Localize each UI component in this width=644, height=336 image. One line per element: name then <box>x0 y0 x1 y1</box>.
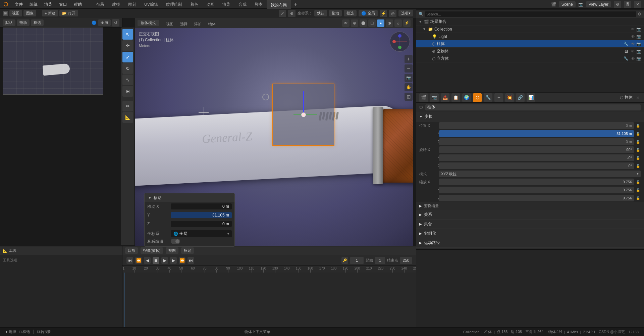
scale-x-lock[interactable]: 🔓 <box>635 179 641 185</box>
outliner-row-empty[interactable]: ▶ ⊕ 空物体 🖼 👁 📷 <box>416 48 644 55</box>
outliner-row-cube[interactable]: ▶ ⬡ 立方体 🔧 👁 📷 <box>416 55 644 62</box>
loc-y-field[interactable]: 31.105 m <box>439 130 634 137</box>
relations-section-header[interactable]: ▶ 关系 <box>416 210 644 220</box>
loc-x-field[interactable]: 0 m <box>439 122 634 129</box>
status-rotate[interactable]: 旋转视图 <box>36 329 53 334</box>
cylinder-vis-icon[interactable]: 👁 <box>631 42 635 46</box>
prop-constraints-btn[interactable]: 🔗 <box>516 93 525 102</box>
viewport-gizmo-btn[interactable]: ⊕ <box>351 19 358 27</box>
transform-delta-header[interactable]: ▶ 变换增量 <box>416 202 644 210</box>
prop-view-layer-btn[interactable]: 📋 <box>451 93 460 102</box>
timeline-track[interactable] <box>122 273 416 328</box>
snap-global-btn[interactable]: 🔵 全局 <box>359 10 378 16</box>
drag-btn[interactable]: 拖动 <box>329 10 342 16</box>
move-tool-btn[interactable]: ⤢ <box>122 52 133 62</box>
coord-value[interactable]: 全局 <box>179 231 187 237</box>
prop-data-btn[interactable]: 📊 <box>527 93 535 102</box>
transform-section-header[interactable]: ▼ 变换 <box>416 112 644 122</box>
orbit-btn[interactable]: ◫ <box>405 93 413 101</box>
transform-tool-btn[interactable]: ⊞ <box>122 86 133 97</box>
workspace-layout[interactable]: 布局 <box>92 0 108 9</box>
status-context-menu[interactable]: 物体上下文菜单 <box>243 329 272 334</box>
left-panel-default[interactable]: 默认 <box>3 19 15 26</box>
outliner-row-collection[interactable]: ▼ 📁 Collection 👁 📷 <box>416 26 644 33</box>
empty-vis-icon[interactable]: 👁 <box>631 49 635 54</box>
transform-pivot-btn[interactable]: ⊕ <box>288 10 296 17</box>
camera-view-btn[interactable]: 📷 <box>405 74 413 82</box>
viewport-solid-btn[interactable]: ● <box>377 19 384 27</box>
move-x-value[interactable]: 0 m <box>171 203 232 209</box>
image-mode-btn[interactable]: 图像 <box>23 10 36 16</box>
viewport-object-btn[interactable]: 物体 <box>206 19 218 27</box>
measure-tool-btn[interactable]: 📐 <box>122 112 133 123</box>
rot-x-field[interactable]: 90° <box>439 146 634 153</box>
scene-label[interactable]: Scene <box>559 1 576 7</box>
rot-z-lock[interactable]: 🔓 <box>635 163 641 169</box>
cube-render-icon[interactable]: 📷 <box>636 56 641 61</box>
viewport-add-btn[interactable]: 添加 <box>192 19 204 27</box>
snap-options-btn[interactable]: ⚡ <box>380 10 387 17</box>
timeline-interp-btn[interactable]: 报像(插帧) <box>141 247 163 254</box>
pan-btn[interactable]: ✋ <box>405 83 413 91</box>
view-layer-label[interactable]: View Layer <box>586 1 611 7</box>
timeline-playback-btn[interactable]: 回放 <box>125 247 138 254</box>
tl-play-end-btn[interactable]: ⏭ <box>187 257 194 264</box>
outliner-search-input[interactable] <box>425 11 636 17</box>
mode-dropdown[interactable]: XYZ 欧拉 ▾ <box>439 171 641 177</box>
zoom-out-btn[interactable]: − <box>405 64 413 73</box>
left-panel-boxsel[interactable]: 框选 <box>31 19 44 26</box>
prop-render-btn[interactable]: 📷 <box>430 93 439 102</box>
viewport-eevee-btn[interactable]: ⚡ <box>403 19 411 27</box>
scale-y-field[interactable]: 9.756 <box>439 187 634 193</box>
tl-end-val[interactable]: 250 <box>400 257 412 264</box>
prop-particles-btn[interactable]: ✦ <box>494 93 503 102</box>
tl-start-val[interactable]: 1 <box>375 257 385 264</box>
left-panel-drag[interactable]: 拖动 <box>17 19 30 26</box>
status-select[interactable]: ● 选择 <box>4 329 17 334</box>
tl-next-frame-btn[interactable]: ▶ <box>170 257 177 264</box>
close-scene-btn[interactable]: ✕ <box>634 1 641 8</box>
loc-x-lock[interactable]: 🔓 <box>635 123 641 128</box>
prop-output-btn[interactable]: 📤 <box>441 93 449 102</box>
workspace-compositing[interactable]: 合成 <box>234 0 251 9</box>
cursor-tool-btn[interactable]: ✛ <box>122 40 133 51</box>
timeline-view-btn[interactable]: 视图 <box>166 247 178 254</box>
tl-current-frame[interactable]: 1 <box>350 257 364 264</box>
rotate-tool-btn[interactable]: ↻ <box>122 63 133 74</box>
tl-prev-frame-btn[interactable]: ◀ <box>144 257 151 264</box>
cylinder-render-icon[interactable]: 📷 <box>636 42 641 46</box>
tl-prev-key-btn[interactable]: ⏪ <box>135 257 142 264</box>
rot-z-field[interactable]: 0° <box>439 162 634 169</box>
box-select-btn[interactable]: 框选 <box>344 10 357 16</box>
loc-z-lock[interactable]: 🔓 <box>635 139 641 144</box>
status-box-select[interactable]: □ 框选 <box>18 329 32 334</box>
prop-scene-btn[interactable]: 🎬 <box>419 93 428 102</box>
menu-edit[interactable]: 编辑 <box>26 0 41 9</box>
outliner-row-scene[interactable]: ▼ 🎬 场景集合 <box>416 18 644 26</box>
render-settings-btn[interactable]: 🎛 <box>624 1 631 8</box>
prop-object-btn[interactable]: ⬡ <box>473 93 482 102</box>
loc-z-field[interactable]: 0 m <box>439 138 634 145</box>
rot-y-lock[interactable]: 🔓 <box>635 155 641 160</box>
move-y-value[interactable]: 31.105 m <box>171 212 232 218</box>
tl-stop-btn[interactable]: ⏹ <box>153 257 159 264</box>
left-refresh-btn[interactable]: ↺ <box>112 19 119 27</box>
new-file-btn[interactable]: + 新建 <box>42 10 58 16</box>
menu-file[interactable]: 文件 <box>11 0 26 9</box>
scale-z-field[interactable]: 9.756 <box>439 195 634 201</box>
navigation-gizmo[interactable] <box>390 32 410 52</box>
light-render-icon[interactable]: 📷 <box>636 34 641 39</box>
scene-settings-btn[interactable]: ⚙ <box>614 1 621 8</box>
outliner-row-cylinder[interactable]: ▶ ⬡ 柱体 🔧 👁 📷 <box>416 40 644 48</box>
rot-y-field[interactable]: -0° <box>439 154 634 161</box>
workspace-modeling[interactable]: 建模 <box>108 0 124 9</box>
left-global-btn[interactable]: 全局 <box>98 19 111 26</box>
viewport-rendered-btn[interactable]: ☼ <box>394 19 402 27</box>
prop-modifier-btn[interactable]: 🔧 <box>484 93 492 102</box>
tl-keyframe-btn[interactable]: 🔑 <box>341 257 348 264</box>
tl-play-btn[interactable]: ▶ <box>161 257 168 264</box>
empty-render-icon[interactable]: 📷 <box>636 49 641 54</box>
menu-render[interactable]: 渲染 <box>41 0 56 9</box>
prop-world-btn[interactable]: 🌍 <box>462 93 471 102</box>
motion-paths-section-header[interactable]: ▶ 运动路径 <box>416 238 644 248</box>
